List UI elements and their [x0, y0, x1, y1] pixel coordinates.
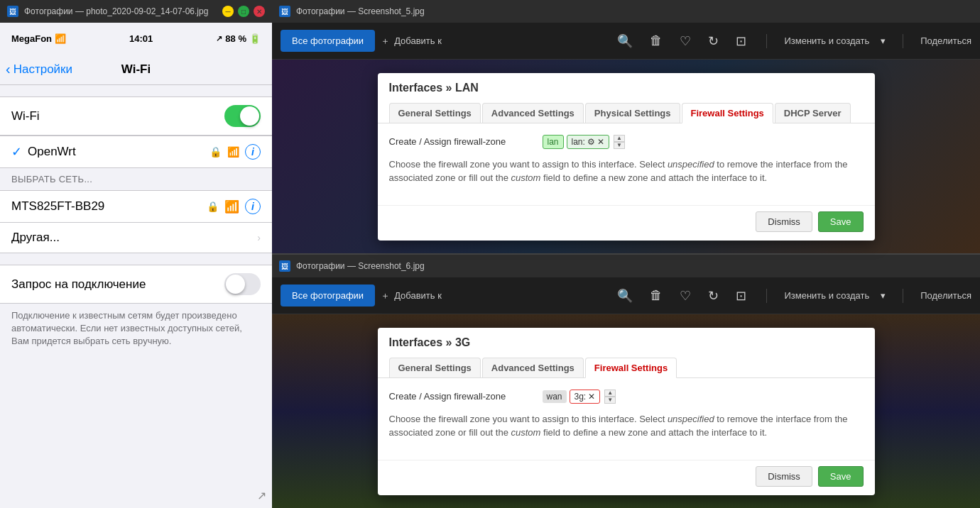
- left-window-title: Фотографии — photo_2020-09-02_14-07-06.j…: [24, 6, 208, 16]
- bottom-toolbar-right: 🔍 🗑 ♡ ↻ ⊡ Изменить и создать ▾ Поделитьс…: [614, 285, 971, 307]
- bottom-photo-window: 🖼 Фотографии — Screenshot_6.jpg Все фото…: [272, 255, 980, 508]
- bottom-owrt-title: Interfaces » 3G: [389, 336, 864, 355]
- bottom-share-button[interactable]: Поделиться: [920, 290, 971, 301]
- bottom-titlebar: 🖼 Фотографии — Screenshot_6.jpg: [272, 255, 980, 277]
- zoom-in-icon[interactable]: 🔍: [614, 31, 636, 52]
- edit-create-button[interactable]: Изменить и создать: [784, 35, 869, 46]
- favorite-icon[interactable]: ♡: [677, 31, 694, 52]
- bottom-owrt-header: Interfaces » 3G General Settings Advance…: [378, 328, 875, 378]
- lan-custom-tag[interactable]: lan: ⚙ ✕: [567, 135, 609, 149]
- add-to-button[interactable]: ＋ Добавить к: [375, 31, 447, 52]
- remove-icon[interactable]: ✕: [597, 137, 604, 147]
- top-openwrt-panel: Interfaces » LAN General Settings Advanc…: [378, 73, 875, 241]
- mts-network-cell[interactable]: MTS825FT-BB29 🔒 📶 i: [0, 190, 272, 223]
- settings-icon: ⚙: [587, 137, 595, 147]
- other-network-cell[interactable]: Другая... ›: [0, 223, 272, 253]
- bottom-spinner-up[interactable]: ▲: [604, 390, 616, 397]
- top-toolbar[interactable]: Все фотографии ＋ Добавить к 🔍 🗑 ♡ ↻ ⊡ Из…: [272, 23, 980, 60]
- close-button[interactable]: ✕: [254, 6, 265, 17]
- dismiss-button[interactable]: Dismiss: [756, 211, 812, 232]
- bottom-add-to-button[interactable]: ＋ Добавить к: [375, 285, 447, 307]
- bottom-toolbar-divider-2: [903, 289, 903, 303]
- back-button[interactable]: ‹ Настройки: [6, 61, 72, 77]
- back-label: Настройки: [13, 62, 72, 77]
- minimize-button[interactable]: ─: [222, 6, 234, 17]
- battery-icon: 🔋: [249, 33, 261, 44]
- edit-chevron-icon[interactable]: ▾: [881, 35, 886, 46]
- bottom-crop-icon[interactable]: ⊡: [733, 285, 749, 307]
- top-titlebar: 🖼 Фотографии — Screenshot_5.jpg: [272, 0, 980, 23]
- ios-screen: MegaFon 📶 14:01 ↗ 88 % 🔋 ‹ Настройки Wi-…: [0, 23, 272, 508]
- connected-network-section: ✓ OpenWrt 🔒 📶 i: [0, 136, 272, 168]
- bottom-edit-chevron-icon[interactable]: ▾: [881, 290, 886, 301]
- bottom-spinner-down[interactable]: ▼: [604, 397, 616, 404]
- bottom-save-button[interactable]: Save: [818, 466, 864, 487]
- top-window-title: Фотографии — Screenshot_5.jpg: [296, 6, 425, 16]
- zone-spinner[interactable]: ▲ ▼: [614, 135, 625, 149]
- top-photos-icon: 🖼: [279, 6, 290, 17]
- spinner-up[interactable]: ▲: [614, 135, 625, 142]
- firewall-zone-row: Create / Assign firewall-zone lan lan: ⚙…: [389, 135, 864, 149]
- lan-tag[interactable]: lan: [543, 135, 564, 149]
- status-left: MegaFon 📶: [11, 33, 66, 44]
- 3g-remove-icon[interactable]: ✕: [588, 392, 595, 402]
- bottom-tab-advanced-settings[interactable]: Advanced Settings: [482, 358, 584, 377]
- bottom-firewall-zone-input[interactable]: wan 3g: ✕ ▲ ▼: [543, 390, 616, 404]
- ios-navbar: ‹ Настройки Wi-Fi: [0, 54, 272, 85]
- left-panel: 🖼 Фотографии — photo_2020-09-02_14-07-06…: [0, 0, 272, 508]
- bottom-all-photos-tab[interactable]: Все фотографии: [281, 285, 375, 307]
- top-toolbar-left: Все фотографии ＋ Добавить к: [281, 30, 447, 52]
- expand-icon[interactable]: ↗: [257, 489, 266, 502]
- toggle-knob: [240, 106, 259, 126]
- bottom-firewall-zone-description: Choose the firewall zone you want to ass…: [389, 412, 864, 440]
- bottom-photo-content: Interfaces » 3G General Settings Advance…: [272, 314, 980, 508]
- bottom-toolbar[interactable]: Все фотографии ＋ Добавить к 🔍 🗑 ♡ ↻ ⊡ Из…: [272, 277, 980, 314]
- bottom-openwrt-panel: Interfaces » 3G General Settings Advance…: [378, 328, 875, 495]
- 3g-custom-tag[interactable]: 3g: ✕: [570, 390, 601, 404]
- tab-advanced-settings[interactable]: Advanced Settings: [482, 103, 584, 123]
- mts-wifi-icon: 📶: [224, 199, 239, 214]
- crop-icon[interactable]: ⊡: [733, 31, 749, 52]
- mts-info-button[interactable]: i: [245, 199, 261, 214]
- ios-statusbar: MegaFon 📶 14:01 ↗ 88 % 🔋: [0, 23, 272, 54]
- right-panel: 🖼 Фотографии — Screenshot_5.jpg Все фото…: [272, 0, 980, 508]
- wifi-toggle-section: Wi-Fi: [0, 96, 272, 136]
- mts-network-name: MTS825FT-BB29: [11, 199, 207, 214]
- tab-dhcp-server[interactable]: DHCP Server: [775, 103, 851, 123]
- save-button[interactable]: Save: [818, 211, 864, 232]
- bottom-tab-general-settings[interactable]: General Settings: [389, 358, 481, 377]
- share-button[interactable]: Поделиться: [920, 35, 971, 46]
- bottom-owrt-body: Create / Assign firewall-zone wan 3g: ✕ …: [378, 378, 875, 460]
- delete-icon[interactable]: 🗑: [647, 31, 665, 51]
- maximize-button[interactable]: □: [238, 6, 249, 17]
- bottom-zone-spinner[interactable]: ▲ ▼: [604, 390, 616, 404]
- tab-firewall-settings[interactable]: Firewall Settings: [682, 103, 773, 123]
- info-button[interactable]: i: [245, 144, 261, 160]
- bottom-rotate-icon[interactable]: ↻: [705, 285, 722, 307]
- status-right: ↗ 88 % 🔋: [216, 33, 261, 44]
- toolbar-divider: [766, 34, 767, 48]
- spinner-down[interactable]: ▼: [614, 142, 625, 149]
- bottom-dismiss-button[interactable]: Dismiss: [756, 466, 812, 487]
- wan-tag[interactable]: wan: [543, 390, 567, 403]
- window-controls[interactable]: ─ □ ✕: [222, 6, 265, 17]
- bottom-edit-create-button[interactable]: Изменить и создать: [784, 290, 869, 301]
- wifi-toggle[interactable]: [224, 105, 261, 127]
- tab-physical-settings[interactable]: Physical Settings: [585, 103, 680, 123]
- bottom-favorite-icon[interactable]: ♡: [677, 285, 694, 307]
- bottom-zoom-icon[interactable]: 🔍: [614, 285, 636, 307]
- tab-general-settings[interactable]: General Settings: [389, 103, 481, 123]
- bottom-owrt-tabs: General Settings Advanced Settings Firew…: [389, 358, 864, 377]
- ask-to-join-cell[interactable]: Запрос на подключение: [0, 265, 272, 304]
- rotate-icon[interactable]: ↻: [705, 31, 722, 52]
- wifi-toggle-cell[interactable]: Wi-Fi: [0, 96, 272, 136]
- bottom-delete-icon[interactable]: 🗑: [647, 285, 665, 306]
- firewall-zone-input[interactable]: lan lan: ⚙ ✕ ▲ ▼: [543, 135, 625, 149]
- all-photos-tab[interactable]: Все фотографии: [281, 30, 375, 52]
- chevron-left-icon: ‹: [6, 61, 11, 77]
- bottom-tab-firewall-settings[interactable]: Firewall Settings: [585, 358, 677, 378]
- ask-toggle[interactable]: [224, 273, 261, 295]
- top-owrt-footer: Dismiss Save: [378, 205, 875, 241]
- openwrt-network-cell[interactable]: ✓ OpenWrt 🔒 📶 i: [0, 136, 272, 168]
- bottom-photos-icon: 🖼: [279, 260, 290, 272]
